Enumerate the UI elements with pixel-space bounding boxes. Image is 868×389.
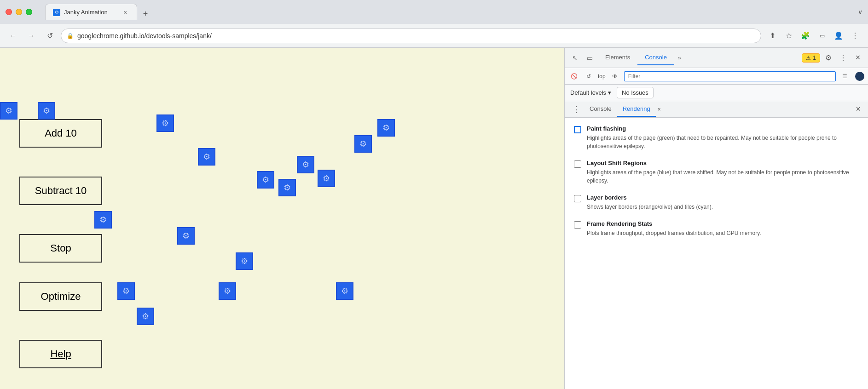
console-settings-circle[interactable]	[855, 72, 864, 81]
tab-title: Janky Animation	[64, 9, 117, 16]
tab-favicon	[53, 9, 60, 16]
layer-borders-checkbox[interactable]	[574, 195, 581, 202]
warning-count: 1	[813, 55, 816, 61]
devtools-main-tabs: Elements Console »	[598, 50, 800, 65]
layer-borders-item: Layer borders Shows layer borders (orang…	[574, 194, 859, 211]
add10-button[interactable]: Add 10	[19, 119, 102, 148]
frame-rendering-item: Frame Rendering Stats Plots frame throug…	[574, 220, 859, 237]
animated-square	[156, 114, 174, 132]
extensions-button[interactable]: 🧩	[798, 29, 813, 43]
subtract10-button[interactable]: Subtract 10	[19, 177, 102, 205]
animated-square	[257, 171, 274, 189]
minimize-traffic-light[interactable]	[16, 9, 22, 15]
warning-badge[interactable]: ⚠ 1	[802, 53, 820, 63]
default-levels-button[interactable]: Default levels ▾	[570, 89, 611, 96]
animated-square	[377, 119, 395, 137]
animated-square	[278, 179, 296, 196]
console-tab[interactable]: Console	[637, 50, 674, 65]
address-bar[interactable]: 🔒 googlechrome.github.io/devtools-sample…	[61, 29, 761, 43]
back-button[interactable]: ←	[6, 29, 20, 43]
content-area: Add 10 Subtract 10 Stop Optimize Help	[0, 48, 868, 389]
paint-flashing-item: Paint flashing Highlights areas of the p…	[574, 125, 859, 150]
stop-button[interactable]: Stop	[19, 234, 102, 263]
page-content: Add 10 Subtract 10 Stop Optimize Help	[0, 48, 564, 389]
animated-square	[117, 282, 135, 300]
animated-square	[94, 211, 112, 229]
animated-square	[177, 227, 195, 245]
frame-rendering-title: Frame Rendering Stats	[587, 220, 761, 227]
animated-square	[318, 170, 335, 187]
browser-window: Janky Animation × + ∨ ← → ↺ 🔒 googlechro…	[0, 0, 868, 389]
animated-square	[198, 148, 215, 166]
more-tabs-button[interactable]: »	[674, 53, 685, 63]
rendering-tabs-bar: ⋮ Console Rendering × ×	[565, 101, 868, 118]
new-tab-button[interactable]: +	[139, 7, 152, 20]
help-button[interactable]: Help	[19, 340, 102, 368]
device-toolbar-button[interactable]: ▭	[583, 51, 596, 64]
tab-close-button[interactable]: ×	[121, 8, 129, 17]
forward-button[interactable]: →	[24, 29, 39, 43]
settings-button[interactable]: ⚙	[822, 51, 835, 64]
lock-icon: 🔒	[67, 33, 74, 39]
devtools-panel: ↖ ▭ Elements Console » ⚠ 1 ⚙ ⋮ ×	[564, 48, 868, 389]
rendering-tab[interactable]: Rendering	[617, 102, 656, 117]
rendering-dots-menu[interactable]: ⋮	[568, 104, 584, 114]
tab-bar: Janky Animation × +	[45, 4, 854, 20]
devtools-top-toolbar: ↖ ▭ Elements Console » ⚠ 1 ⚙ ⋮ ×	[565, 48, 868, 68]
rendering-console-tab[interactable]: Console	[584, 102, 617, 117]
warning-icon: ⚠	[806, 55, 811, 61]
rendering-content: Paint flashing Highlights areas of the p…	[565, 118, 868, 389]
layout-shift-desc: Highlights areas of the page (blue) that…	[587, 168, 859, 185]
animated-square	[137, 308, 154, 325]
default-levels-bar: Default levels ▾ No Issues	[565, 85, 868, 101]
profile-button[interactable]: 👤	[831, 29, 846, 43]
animated-square	[38, 102, 55, 120]
devtools-menu-button[interactable]: ⋮	[837, 51, 850, 64]
close-traffic-light[interactable]	[6, 9, 12, 15]
animated-square	[297, 156, 314, 173]
menu-button[interactable]: ⋮	[848, 29, 862, 43]
top-context-selector[interactable]: top	[598, 73, 606, 80]
layout-shift-checkbox[interactable]	[574, 160, 581, 168]
address-text: googlechrome.github.io/devtools-samples/…	[77, 32, 755, 40]
paint-flashing-desc: Highlights areas of the page (green) tha…	[587, 134, 859, 150]
layout-shift-item: Layout Shift Regions Highlights areas of…	[574, 160, 859, 185]
console-sub-toolbar: 🚫 ↺ top 👁 ☰	[565, 68, 868, 85]
inspector-button[interactable]: ↖	[568, 51, 581, 64]
animated-square	[336, 282, 353, 300]
layer-borders-title: Layer borders	[587, 194, 713, 201]
rendering-tab-close[interactable]: ×	[656, 105, 663, 114]
paint-flashing-title: Paint flashing	[587, 125, 859, 132]
share-button[interactable]: ⬆	[765, 29, 780, 43]
animated-square	[236, 252, 253, 270]
paint-flashing-checkbox[interactable]	[574, 126, 581, 133]
fullscreen-traffic-light[interactable]	[26, 9, 32, 15]
no-issues-button[interactable]: No Issues	[617, 87, 654, 98]
cast-button[interactable]: ▭	[815, 29, 829, 43]
animated-square	[0, 102, 17, 120]
bookmark-button[interactable]: ☆	[781, 29, 796, 43]
frame-rendering-checkbox[interactable]	[574, 221, 581, 229]
layout-shift-title: Layout Shift Regions	[587, 160, 859, 166]
nav-bar: ← → ↺ 🔒 googlechrome.github.io/devtools-…	[0, 24, 868, 48]
devtools-close-button[interactable]: ×	[851, 51, 864, 64]
layer-borders-desc: Shows layer borders (orange/olive) and t…	[587, 203, 713, 211]
refresh-button[interactable]: ↺	[42, 29, 57, 43]
animated-square	[354, 135, 372, 153]
console-refresh-button[interactable]: ↺	[583, 71, 594, 82]
filter-input[interactable]	[624, 71, 836, 81]
active-tab[interactable]: Janky Animation ×	[45, 4, 137, 20]
nav-actions: ⬆ ☆ 🧩 ▭ 👤 ⋮	[765, 29, 862, 43]
title-bar: Janky Animation × + ∨	[0, 0, 868, 24]
optimize-button[interactable]: Optimize	[19, 282, 102, 311]
eye-button[interactable]: 👁	[609, 71, 620, 82]
frame-rendering-desc: Plots frame throughput, dropped frames d…	[587, 229, 761, 237]
rendering-panel-close[interactable]: ×	[852, 104, 864, 114]
filter-menu-button[interactable]: ☰	[839, 71, 850, 81]
clear-console-button[interactable]: 🚫	[568, 71, 579, 82]
elements-tab[interactable]: Elements	[598, 50, 637, 65]
browser-dropdown[interactable]: ∨	[858, 8, 862, 16]
traffic-lights	[6, 9, 32, 15]
animated-square	[219, 282, 236, 300]
